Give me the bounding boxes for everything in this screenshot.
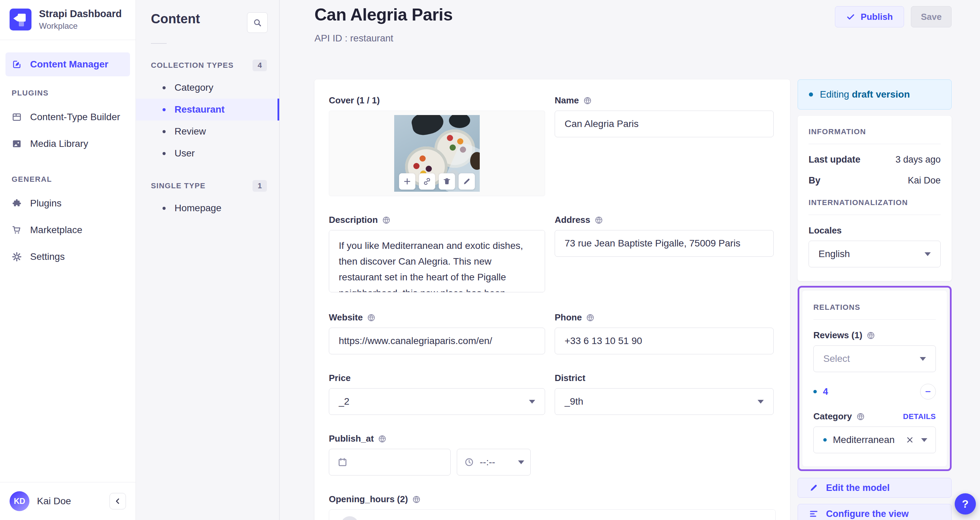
category-value: Mediterranean	[833, 434, 899, 445]
copy-link-button[interactable]	[419, 173, 435, 190]
name-label: Name	[555, 95, 579, 106]
bullet-icon	[823, 438, 827, 442]
category-select[interactable]: Mediterranean	[813, 426, 936, 453]
globe-icon	[586, 313, 595, 322]
nav-item-content-type-builder[interactable]: Content-Type Builder	[5, 105, 130, 129]
chevron-left-icon	[113, 497, 122, 506]
subnav-item-restaurant[interactable]: Restaurant	[136, 99, 279, 121]
strapi-app: Strapi Dashboard Workplace Content Manag…	[0, 0, 980, 520]
subnav-item-homepage[interactable]: Homepage	[136, 197, 279, 219]
by-value: Kai Doe	[908, 175, 941, 186]
review-relation-item[interactable]: 4	[813, 386, 828, 397]
description-textarea[interactable]: If you like Mediterranean and exotic dis…	[329, 230, 545, 292]
nav-item-plugins[interactable]: Plugins	[5, 191, 130, 215]
district-select[interactable]: _9th	[555, 388, 774, 415]
chevron-down-icon	[924, 252, 931, 256]
avatar[interactable]: KD	[10, 491, 29, 511]
nav-item-label: Media Library	[30, 138, 88, 149]
reviews-select[interactable]: Select	[813, 345, 936, 372]
opening-hours-label: Opening_hours (2)	[329, 494, 408, 505]
subnav-item-user[interactable]: User	[136, 142, 279, 164]
edit-model-button[interactable]: Edit the model	[798, 478, 951, 498]
photo-jug	[410, 115, 445, 137]
publish-button[interactable]: Publish	[835, 6, 904, 27]
photo-fruit	[414, 163, 420, 169]
cart-icon	[12, 225, 22, 235]
brand: Strapi Dashboard Workplace	[0, 0, 135, 40]
chevron-down-icon	[920, 357, 926, 361]
nav-item-content-manager[interactable]: Content Manager	[5, 53, 130, 77]
collection-types-count-badge: 4	[253, 59, 267, 71]
publish-time-input[interactable]: --:--	[457, 449, 531, 475]
add-media-button[interactable]	[399, 173, 415, 190]
search-button[interactable]	[247, 12, 267, 33]
gear-icon	[12, 252, 22, 262]
nav-item-label: Content-Type Builder	[30, 112, 120, 123]
configure-view-button[interactable]: Configure the view	[798, 504, 951, 520]
details-link[interactable]: DETAILS	[903, 412, 936, 421]
website-input[interactable]	[329, 328, 545, 354]
field-description: Description If you like Mediterranean an…	[329, 215, 545, 294]
reviews-label: Reviews (1)	[813, 330, 862, 341]
content-type-builder-icon	[12, 112, 22, 122]
subnav-item-label: Restaurant	[175, 104, 224, 115]
expand-row-button[interactable]	[341, 516, 359, 520]
subnav-item-review[interactable]: Review	[136, 121, 279, 142]
subnav-title: Content	[151, 12, 200, 26]
nav-item-media-library[interactable]: Media Library	[5, 132, 130, 156]
review-relation-value: 4	[823, 386, 828, 397]
category-label: Category	[813, 411, 852, 422]
search-icon	[253, 18, 262, 27]
edit-form-card: Cover (1 / 1)	[315, 80, 790, 520]
save-button[interactable]: Save	[911, 6, 951, 27]
relations-header: RELATIONS	[813, 303, 936, 312]
edit-model-label: Edit the model	[826, 483, 890, 493]
phone-input[interactable]	[555, 328, 774, 354]
nav-item-label: Marketplace	[30, 225, 83, 236]
cover-media-box	[329, 110, 545, 196]
status-text: Editing draft version	[820, 89, 910, 100]
relations-card: RELATIONS Reviews (1) Select	[802, 290, 947, 466]
bullet-icon	[162, 130, 165, 133]
pencil-icon	[809, 483, 818, 493]
media-library-icon	[12, 139, 22, 149]
configure-view-label: Configure the view	[826, 509, 909, 519]
brand-text: Strapi Dashboard Workplace	[39, 8, 122, 31]
description-label: Description	[329, 215, 378, 225]
nav-item-settings[interactable]: Settings	[5, 245, 130, 269]
field-phone: Phone	[555, 312, 774, 354]
save-label: Save	[921, 12, 942, 22]
collapse-sidebar-button[interactable]	[110, 493, 126, 509]
minus-icon	[924, 388, 932, 396]
cover-label: Cover (1 / 1)	[329, 95, 545, 106]
address-input[interactable]	[555, 230, 774, 257]
name-input[interactable]	[555, 110, 774, 137]
help-button[interactable]: ?	[955, 493, 976, 515]
remove-relation-button[interactable]	[920, 384, 936, 399]
subnav-item-category[interactable]: Category	[136, 77, 279, 99]
bullet-icon	[162, 86, 165, 89]
delete-media-button[interactable]	[439, 173, 455, 190]
edit-media-button[interactable]	[458, 173, 475, 190]
locales-select[interactable]: English	[808, 241, 941, 267]
locales-label: Locales	[808, 225, 941, 236]
field-district: District _9th	[555, 373, 774, 415]
cover-actions	[399, 173, 475, 190]
bullet-icon	[813, 390, 817, 393]
locales-value: English	[818, 249, 850, 260]
nav-item-label: Content Manager	[30, 59, 108, 70]
list-settings-icon	[809, 509, 818, 518]
nav-item-marketplace[interactable]: Marketplace	[5, 218, 130, 242]
user-name: Kai Doe	[37, 496, 102, 507]
globe-icon	[378, 434, 387, 443]
price-select[interactable]: _2	[329, 388, 545, 415]
close-icon[interactable]	[905, 435, 914, 444]
main-content: Can Alegria Paris API ID : restaurant Pu…	[280, 0, 980, 520]
page-heading: Can Alegria Paris API ID : restaurant	[315, 5, 453, 44]
strapi-logo-icon	[10, 8, 32, 30]
calendar-icon	[337, 457, 348, 467]
field-name: Name	[555, 95, 774, 137]
brand-title: Strapi Dashboard	[39, 8, 122, 19]
single-type-label: SINGLE TYPE	[151, 182, 206, 190]
publish-date-input[interactable]	[329, 449, 451, 475]
